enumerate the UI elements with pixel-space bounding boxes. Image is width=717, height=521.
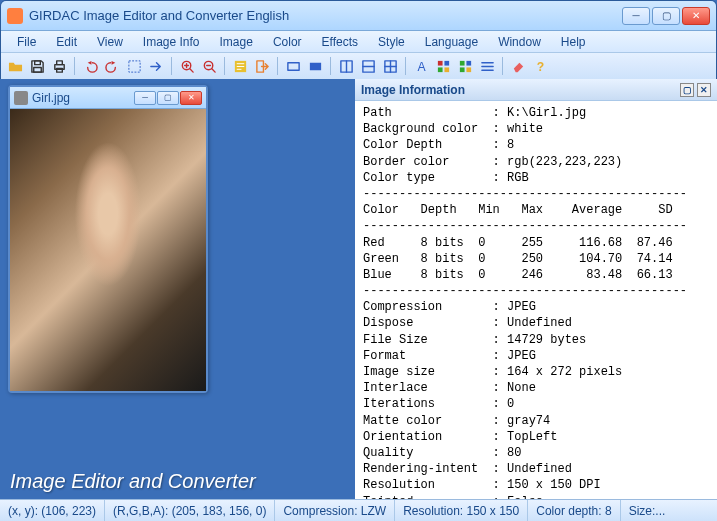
svg-rect-1 — [33, 67, 41, 72]
brand-watermark: Image Editor and Converter — [10, 470, 256, 493]
print-icon[interactable] — [49, 56, 69, 76]
status-resolution: Resolution: 150 x 150 — [395, 500, 528, 521]
zoom-out-icon[interactable] — [199, 56, 219, 76]
info-panel-header[interactable]: Image Information ▢ ✕ — [355, 79, 717, 101]
svg-text:?: ? — [536, 60, 543, 74]
window-controls: ─ ▢ ✕ — [622, 7, 710, 25]
svg-rect-22 — [437, 67, 442, 72]
rect-icon[interactable] — [283, 56, 303, 76]
select-icon[interactable] — [124, 56, 144, 76]
status-size: Size:... — [621, 500, 674, 521]
close-button[interactable]: ✕ — [682, 7, 710, 25]
status-compression: Compression: LZW — [275, 500, 395, 521]
redo-icon[interactable] — [102, 56, 122, 76]
note-icon[interactable] — [230, 56, 250, 76]
exit-icon[interactable] — [252, 56, 272, 76]
toolbar-separator — [277, 57, 278, 75]
lines-icon[interactable] — [477, 56, 497, 76]
svg-rect-21 — [444, 60, 449, 65]
menu-effects[interactable]: Effects — [312, 33, 368, 51]
toolbar-separator — [74, 57, 75, 75]
image-window-titlebar[interactable]: Girl.jpg ─ ▢ ✕ — [10, 87, 206, 109]
info-panel-body: Path : K:\Girl.jpg Background color : wh… — [355, 101, 717, 521]
menu-help[interactable]: Help — [551, 33, 596, 51]
window-title: GIRDAC Image Editor and Converter Englis… — [29, 8, 622, 23]
svg-rect-0 — [34, 60, 40, 64]
panel-close-button[interactable]: ✕ — [697, 83, 711, 97]
menu-language[interactable]: Language — [415, 33, 488, 51]
child-minimize-button[interactable]: ─ — [134, 91, 156, 105]
child-close-button[interactable]: ✕ — [180, 91, 202, 105]
info-panel-title: Image Information — [361, 83, 677, 97]
zoom-in-icon[interactable] — [177, 56, 197, 76]
menu-edit[interactable]: Edit — [46, 33, 87, 51]
help-icon[interactable]: ? — [530, 56, 550, 76]
maximize-button[interactable]: ▢ — [652, 7, 680, 25]
svg-rect-26 — [459, 67, 464, 72]
open-icon[interactable] — [5, 56, 25, 76]
save-icon[interactable] — [27, 56, 47, 76]
menu-image-info[interactable]: Image Info — [133, 33, 210, 51]
svg-rect-27 — [466, 67, 471, 72]
workspace: Girl.jpg ─ ▢ ✕ Image Editor and Converte… — [0, 79, 717, 499]
info-panel: Image Information ▢ ✕ Path : K:\Girl.jpg… — [355, 79, 717, 499]
toolbar-separator — [502, 57, 503, 75]
svg-rect-25 — [466, 60, 471, 65]
menu-image[interactable]: Image — [210, 33, 263, 51]
svg-rect-24 — [459, 60, 464, 65]
minimize-button[interactable]: ─ — [622, 7, 650, 25]
arrow-right-icon[interactable] — [146, 56, 166, 76]
image-file-icon — [14, 91, 28, 105]
status-rgba: (R,G,B,A): (205, 183, 156, 0) — [105, 500, 275, 521]
svg-rect-10 — [287, 62, 298, 70]
toolbar: A? — [1, 53, 716, 80]
toolbar-separator — [405, 57, 406, 75]
split-h-icon[interactable] — [358, 56, 378, 76]
app-icon — [7, 8, 23, 24]
svg-rect-11 — [309, 62, 320, 70]
status-depth: Color depth: 8 — [528, 500, 620, 521]
erase-icon[interactable] — [508, 56, 528, 76]
image-window[interactable]: Girl.jpg ─ ▢ ✕ — [8, 85, 208, 393]
svg-text:A: A — [417, 60, 426, 74]
image-canvas[interactable] — [10, 109, 206, 391]
menu-window[interactable]: Window — [488, 33, 551, 51]
split-v-icon[interactable] — [336, 56, 356, 76]
text-icon[interactable]: A — [411, 56, 431, 76]
menu-file[interactable]: File — [7, 33, 46, 51]
child-maximize-button[interactable]: ▢ — [157, 91, 179, 105]
statusbar: (x, y): (106, 223) (R,G,B,A): (205, 183,… — [0, 499, 717, 521]
toolbar-separator — [224, 57, 225, 75]
grid-icon[interactable] — [380, 56, 400, 76]
svg-rect-23 — [444, 67, 449, 72]
menu-color[interactable]: Color — [263, 33, 312, 51]
svg-rect-20 — [437, 60, 442, 65]
fill-icon[interactable] — [305, 56, 325, 76]
svg-rect-3 — [56, 60, 62, 64]
toolbar-separator — [171, 57, 172, 75]
titlebar: GIRDAC Image Editor and Converter Englis… — [1, 1, 716, 31]
image-window-title: Girl.jpg — [32, 91, 134, 105]
panel-maximize-button[interactable]: ▢ — [680, 83, 694, 97]
svg-rect-4 — [56, 68, 62, 72]
menu-view[interactable]: View — [87, 33, 133, 51]
undo-icon[interactable] — [80, 56, 100, 76]
toolbar-separator — [330, 57, 331, 75]
menu-style[interactable]: Style — [368, 33, 415, 51]
menubar: FileEditViewImage InfoImageColorEffectsS… — [1, 31, 716, 53]
svg-rect-5 — [128, 60, 139, 71]
palette1-icon[interactable] — [433, 56, 453, 76]
status-coords: (x, y): (106, 223) — [0, 500, 105, 521]
palette2-icon[interactable] — [455, 56, 475, 76]
